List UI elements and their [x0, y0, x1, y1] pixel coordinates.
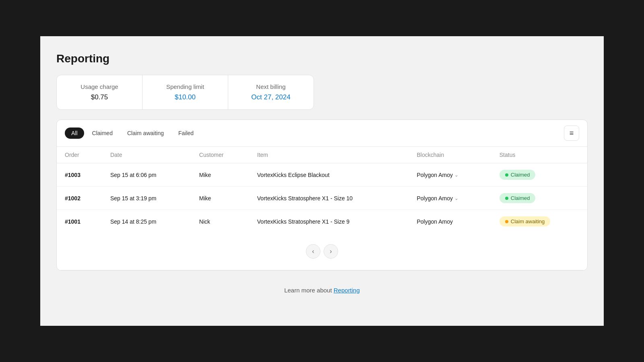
filter-tab-failed[interactable]: Failed: [172, 128, 200, 139]
table-row: #1001Sep 14 at 8:25 pmNickVortexKicks St…: [57, 210, 587, 233]
col-item: Item: [249, 147, 409, 163]
filter-bar: All Claimed Claim awaiting Failed ≡: [57, 120, 587, 147]
blockchain-name: Polygon Amoy: [417, 218, 453, 225]
status-badge: Claimed: [500, 170, 536, 180]
cell-status: Claim awaiting: [491, 210, 587, 233]
cell-item: VortexKicks Stratosphere X1 - Size 9: [249, 210, 409, 233]
data-table: Order Date Customer Item Blockchain Stat…: [57, 147, 587, 270]
stat-usage-charge: Usage charge $0.75: [57, 75, 142, 109]
table-card: All Claimed Claim awaiting Failed ≡ Orde…: [56, 119, 588, 271]
cell-date: Sep 14 at 8:25 pm: [102, 210, 191, 233]
chevron-down-icon: ⌄: [454, 195, 458, 201]
col-blockchain: Blockchain: [409, 147, 491, 163]
cell-item: VortexKicks Eclipse Blackout: [249, 163, 409, 187]
table-header-row: Order Date Customer Item Blockchain Stat…: [57, 147, 587, 163]
cell-blockchain[interactable]: Polygon Amoy ⌄: [409, 187, 491, 210]
cell-blockchain: Polygon Amoy: [409, 210, 491, 233]
cell-blockchain[interactable]: Polygon Amoy ⌄: [409, 163, 491, 187]
next-page-button[interactable]: ›: [324, 244, 338, 259]
cell-status: Claimed: [491, 187, 587, 210]
footer: Learn more about Reporting: [56, 287, 588, 294]
stat-spending-limit: Spending limit $10.00: [142, 75, 228, 109]
blockchain-selector[interactable]: Polygon Amoy ⌄: [417, 195, 483, 202]
col-date: Date: [102, 147, 191, 163]
col-status: Status: [491, 147, 587, 163]
table-row: #1003Sep 15 at 6:06 pmMikeVortexKicks Ec…: [57, 163, 587, 187]
filter-tab-all[interactable]: All: [65, 128, 84, 139]
filter-tab-claim-awaiting[interactable]: Claim awaiting: [121, 128, 170, 139]
cell-date: Sep 15 at 6:06 pm: [102, 163, 191, 187]
page-wrapper: Reporting Usage charge $0.75 Spending li…: [40, 36, 604, 326]
status-badge: Claim awaiting: [500, 216, 551, 226]
filter-icon-button[interactable]: ≡: [564, 125, 579, 141]
filter-tabs: All Claimed Claim awaiting Failed: [65, 128, 200, 139]
stat-spending-value: $10.00: [175, 93, 196, 101]
stat-usage-label: Usage charge: [80, 83, 118, 90]
pagination-row: ‹ ›: [57, 233, 587, 270]
status-dot: [505, 197, 508, 200]
cell-customer: Nick: [191, 210, 249, 233]
prev-icon: ‹: [312, 248, 314, 255]
blockchain-name: Polygon Amoy: [417, 195, 453, 202]
cell-date: Sep 15 at 3:19 pm: [102, 187, 191, 210]
filter-tab-claimed[interactable]: Claimed: [86, 128, 119, 139]
blockchain-selector: Polygon Amoy: [417, 218, 483, 225]
order-number: #1003: [65, 172, 80, 178]
stats-card: Usage charge $0.75 Spending limit $10.00…: [56, 75, 314, 110]
footer-text: Learn more about: [284, 287, 334, 294]
table-row: #1002Sep 15 at 3:19 pmMikeVortexKicks St…: [57, 187, 587, 210]
cell-item: VortexKicks Stratosphere X1 - Size 10: [249, 187, 409, 210]
cell-order: #1003: [57, 163, 102, 187]
col-customer: Customer: [191, 147, 249, 163]
cell-order: #1001: [57, 210, 102, 233]
order-number: #1002: [65, 195, 80, 202]
stat-billing-label: Next billing: [256, 83, 285, 90]
cell-customer: Mike: [191, 163, 249, 187]
next-icon: ›: [330, 248, 332, 255]
cell-status: Claimed: [491, 163, 587, 187]
filter-icon: ≡: [570, 130, 574, 137]
stat-usage-value: $0.75: [91, 93, 108, 101]
status-dot: [505, 173, 508, 177]
blockchain-name: Polygon Amoy: [417, 172, 453, 178]
pagination-controls: ‹ ›: [65, 239, 579, 263]
cell-order: #1002: [57, 187, 102, 210]
page-title: Reporting: [56, 52, 588, 65]
chevron-down-icon: ⌄: [454, 172, 458, 178]
stat-spending-label: Spending limit: [166, 83, 204, 90]
col-order: Order: [57, 147, 102, 163]
footer-reporting-link[interactable]: Reporting: [334, 287, 360, 294]
status-dot: [505, 220, 508, 223]
prev-page-button[interactable]: ‹: [306, 244, 320, 259]
order-number: #1001: [65, 218, 80, 225]
stat-billing-value: Oct 27, 2024: [251, 93, 290, 101]
cell-customer: Mike: [191, 187, 249, 210]
status-badge: Claimed: [500, 193, 536, 203]
stat-next-billing: Next billing Oct 27, 2024: [228, 75, 314, 109]
blockchain-selector[interactable]: Polygon Amoy ⌄: [417, 172, 483, 178]
